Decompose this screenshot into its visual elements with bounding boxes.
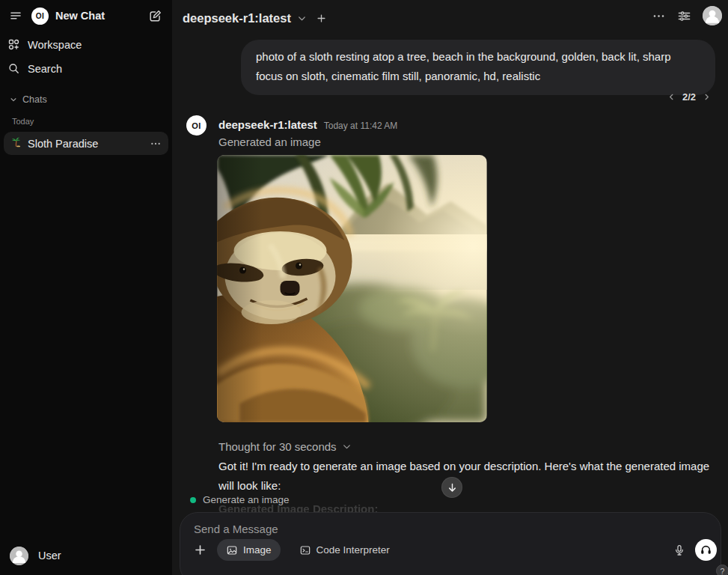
- sidebar: OI New Chat Workspace Search Chats: [0, 0, 172, 575]
- sloth-beach-illustration: [217, 155, 487, 422]
- thought-label: Thought for 30 seconds: [218, 440, 337, 453]
- new-chat-pencil-icon[interactable]: [147, 7, 163, 24]
- user-name-label: User: [38, 550, 61, 562]
- sidebar-toggle-icon[interactable]: [7, 7, 25, 25]
- chat-menu-ellipsis-icon[interactable]: [150, 138, 162, 150]
- chat-title: Sloth Paradise: [28, 138, 150, 150]
- image-toggle-button[interactable]: Image: [217, 539, 281, 561]
- today-group-label: Today: [0, 117, 172, 126]
- image-toggle-label: Image: [243, 544, 272, 556]
- workspace-icon: [7, 38, 20, 51]
- message-composer: Image Code Interpreter: [180, 512, 721, 575]
- search-icon: [7, 62, 20, 75]
- generated-image-label: Generated an image: [218, 136, 321, 148]
- app-window: OI New Chat Workspace Search Chats: [0, 0, 728, 575]
- assistant-name: deepseek-r1:latest: [218, 118, 317, 131]
- workspace-label: Workspace: [28, 39, 82, 51]
- user-avatar: [10, 547, 28, 565]
- thought-toggle[interactable]: Thought for 30 seconds: [218, 440, 352, 453]
- chats-label: Chats: [22, 94, 47, 105]
- more-options-ellipsis-icon[interactable]: [652, 9, 666, 23]
- palm-tree-emoji-icon: [10, 136, 22, 150]
- account-avatar[interactable]: [703, 6, 722, 25]
- user-message-text: photo of a sloth resting atop a tree, be…: [256, 50, 671, 82]
- sidebar-user-menu[interactable]: User: [0, 540, 172, 571]
- help-badge[interactable]: ?: [716, 565, 728, 575]
- response-pagination: 2/2: [667, 91, 711, 103]
- model-name: deepseek-r1:latest: [183, 11, 291, 25]
- chats-section-toggle[interactable]: Chats: [0, 93, 172, 106]
- chevron-down-icon: [297, 13, 307, 23]
- attach-plus-icon[interactable]: [193, 543, 207, 557]
- sidebar-item-search[interactable]: Search: [4, 58, 168, 79]
- composer-toolbar: Image Code Interpreter: [191, 539, 717, 561]
- headphones-icon: [700, 544, 712, 556]
- sidebar-header: OI New Chat: [0, 0, 172, 31]
- pagination-count: 2/2: [682, 91, 696, 103]
- arrow-down-icon: [447, 482, 458, 493]
- photo-icon: [226, 544, 238, 556]
- user-message-bubble: photo of a sloth resting atop a tree, be…: [241, 40, 715, 95]
- chevron-down-icon: [342, 442, 352, 451]
- microphone-icon[interactable]: [673, 544, 685, 556]
- code-interpreter-label: Code Interpreter: [316, 544, 390, 556]
- status-dot: [190, 497, 196, 503]
- chevron-right-icon[interactable]: [703, 93, 711, 101]
- sidebar-chat-item-sloth-paradise[interactable]: Sloth Paradise: [4, 132, 168, 155]
- model-selector[interactable]: deepseek-r1:latest: [183, 7, 327, 28]
- app-logo: OI: [31, 7, 49, 25]
- controls-sliders-icon[interactable]: [677, 9, 691, 23]
- assistant-reply-text: Got it! I'm ready to generate an image b…: [218, 457, 711, 495]
- assistant-header: deepseek-r1:latest Today at 11:42 AM: [218, 118, 397, 131]
- sidebar-item-workspace[interactable]: Workspace: [4, 34, 168, 55]
- topbar-controls: [652, 6, 722, 25]
- new-model-plus-icon[interactable]: [316, 13, 327, 24]
- terminal-icon: [299, 544, 311, 556]
- assistant-avatar: OI: [186, 115, 207, 136]
- voice-call-headphones-button[interactable]: [695, 539, 717, 561]
- app-logo-text: OI: [36, 12, 45, 20]
- help-badge-text: ?: [721, 567, 725, 575]
- scroll-to-bottom-button[interactable]: [441, 477, 462, 498]
- message-timestamp: Today at 11:42 AM: [324, 121, 398, 131]
- search-label: Search: [28, 63, 62, 75]
- assistant-avatar-text: OI: [192, 121, 201, 130]
- main-panel: deepseek-r1:latest photo of a sloth rest…: [172, 0, 728, 575]
- generated-image[interactable]: [217, 155, 487, 422]
- chevron-down-icon: [10, 93, 17, 106]
- message-input[interactable]: [194, 519, 613, 538]
- chevron-left-icon[interactable]: [667, 93, 676, 101]
- code-interpreter-toggle-button[interactable]: Code Interpreter: [290, 539, 399, 561]
- new-chat-label[interactable]: New Chat: [55, 10, 105, 22]
